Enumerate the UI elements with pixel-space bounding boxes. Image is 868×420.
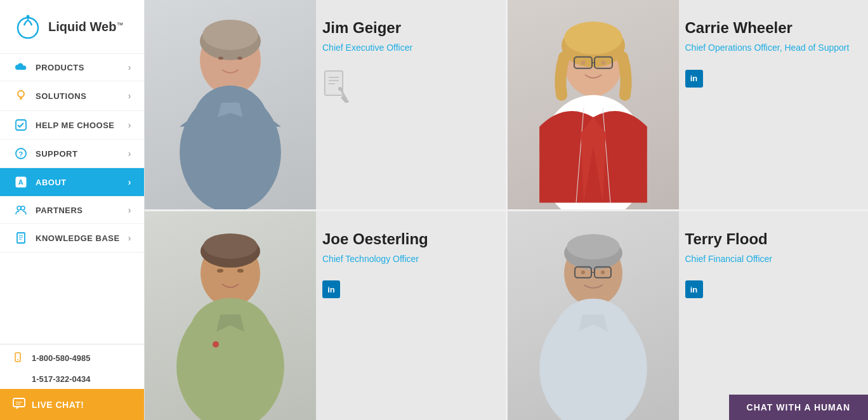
bulb-icon	[13, 89, 29, 102]
svg-point-17	[218, 56, 223, 60]
terry-illustration	[508, 211, 679, 421]
chevron-right-icon: ›	[128, 177, 131, 187]
cv-document-icon	[322, 70, 350, 103]
nav-item-partners[interactable]: PARTNERS ›	[0, 197, 144, 224]
phone-icon	[13, 352, 27, 364]
chevron-right-icon: ›	[128, 233, 131, 243]
profiles-grid: Jim Geiger Chief Executive Officer	[145, 0, 868, 420]
terry-title: Chief Financial Officer	[685, 253, 772, 266]
jim-info: Jim Geiger Chief Executive Officer	[316, 0, 506, 118]
phone-item-2[interactable]: 1-517-322-0434	[0, 369, 144, 389]
logo-icon	[13, 11, 43, 42]
svg-point-30	[581, 60, 585, 65]
joe-title: Chief Technology Officer	[322, 253, 419, 266]
profile-card-terry: Terry Flood Chief Financial Officer in	[508, 211, 869, 421]
svg-point-26	[564, 22, 622, 55]
joe-linkedin-icon[interactable]: in	[322, 280, 340, 298]
svg-point-49	[581, 270, 585, 274]
terry-name: Terry Flood	[685, 230, 768, 248]
terry-linkedin-icon[interactable]: in	[685, 280, 703, 298]
jim-photo	[145, 0, 316, 209]
nav-item-solutions[interactable]: SOLUTIONS ›	[0, 81, 144, 111]
svg-point-37	[217, 268, 223, 272]
sidebar-bottom: 1-800-580-4985 1-517-322-0434 LIVE CHAT!	[0, 344, 144, 420]
cloud-icon	[13, 62, 29, 72]
nav-item-help[interactable]: HELP ME CHOOSE ›	[0, 111, 144, 140]
profile-card-carrie: Carrie Wheeler Chief Operations Officer,…	[508, 0, 869, 209]
chevron-right-icon: ›	[128, 148, 131, 159]
svg-point-16	[202, 20, 258, 50]
svg-point-53	[554, 298, 633, 372]
joe-photo	[145, 211, 316, 421]
terry-photo	[508, 211, 679, 421]
carrie-linkedin-icon[interactable]: in	[685, 70, 703, 88]
jim-title: Chief Executive Officer	[322, 42, 412, 55]
chevron-right-icon: ›	[128, 91, 131, 101]
svg-text:A: A	[18, 178, 23, 186]
jim-illustration	[145, 0, 316, 209]
linkedin-button[interactable]: in	[685, 70, 703, 88]
phone-item-1[interactable]: 1-800-580-4985	[0, 345, 144, 369]
check-icon	[13, 119, 29, 131]
nav-item-products[interactable]: PRODUCTS ›	[0, 54, 144, 81]
chevron-right-icon: ›	[128, 120, 131, 130]
nav-item-knowledge[interactable]: KNOWLEDGE BASE ›	[0, 224, 144, 253]
svg-point-38	[237, 268, 244, 272]
svg-point-45	[567, 233, 620, 259]
jim-cv-icon[interactable]	[322, 70, 350, 105]
carrie-info: Carrie Wheeler Chief Operations Officer,…	[679, 0, 869, 100]
persons-icon	[13, 205, 29, 215]
svg-rect-10	[17, 233, 25, 243]
logo-area[interactable]: Liquid Web™	[0, 0, 144, 54]
svg-point-42	[213, 341, 219, 347]
joe-illustration	[145, 211, 316, 421]
person-a-icon: A	[13, 176, 29, 188]
linkedin-button-joe[interactable]: in	[322, 280, 340, 298]
joe-info: Joe Oesterling Chief Technology Officer …	[316, 211, 506, 312]
linkedin-button-terry[interactable]: in	[685, 280, 703, 298]
profile-card-jim: Jim Geiger Chief Executive Officer	[145, 0, 506, 209]
chat-bubble-icon	[13, 398, 25, 411]
main-nav: PRODUCTS › SOLUTIONS › HELP ME CHOOSE › …	[0, 54, 144, 344]
svg-point-36	[203, 233, 258, 258]
chevron-right-icon: ›	[128, 62, 131, 72]
profile-card-joe: Joe Oesterling Chief Technology Officer …	[145, 211, 506, 421]
book-icon	[13, 232, 29, 244]
svg-point-41	[189, 298, 272, 371]
svg-point-1	[27, 15, 30, 18]
svg-point-9	[21, 206, 25, 210]
carrie-illustration	[508, 0, 679, 209]
sidebar: Liquid Web™ PRODUCTS › SOLUTIONS › HELP …	[0, 0, 145, 420]
nav-item-support[interactable]: ? SUPPORT ›	[0, 140, 144, 168]
chat-human-button[interactable]: CHAT WITH A HUMAN	[729, 395, 868, 420]
svg-point-18	[237, 56, 242, 60]
joe-name: Joe Oesterling	[322, 230, 428, 248]
svg-point-8	[17, 206, 21, 210]
terry-info: Terry Flood Chief Financial Officer in	[679, 211, 869, 312]
nav-item-about[interactable]: A ABOUT ›	[0, 168, 144, 197]
chevron-right-icon: ›	[128, 205, 131, 215]
svg-text:?: ?	[18, 150, 23, 158]
carrie-name: Carrie Wheeler	[685, 19, 792, 37]
logo-text: Liquid Web™	[48, 20, 123, 34]
svg-point-50	[600, 270, 604, 274]
svg-point-31	[601, 60, 605, 65]
svg-point-23	[338, 87, 342, 91]
jim-name: Jim Geiger	[322, 19, 401, 37]
svg-point-12	[17, 359, 18, 360]
carrie-title: Chief Operations Officer, Head of Suppor…	[685, 42, 850, 55]
carrie-photo	[508, 0, 679, 209]
svg-point-2	[18, 91, 24, 97]
live-chat-button[interactable]: LIVE CHAT!	[0, 389, 144, 420]
question-icon: ?	[13, 148, 29, 159]
